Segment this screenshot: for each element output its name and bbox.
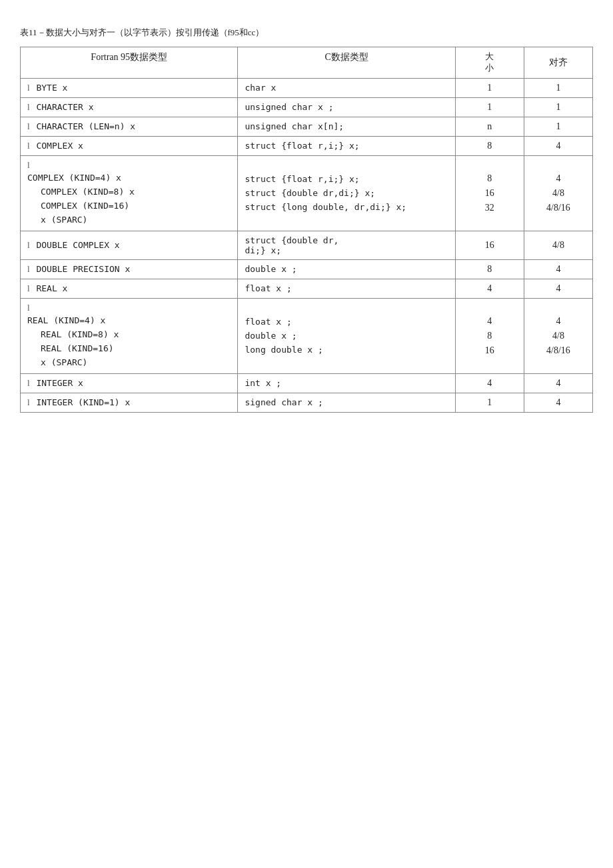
align-cell: 1 (524, 117, 592, 136)
table-row: lCOMPLEX (KIND=4) xCOMPLEX (KIND=8) xCOM… (21, 155, 593, 231)
size-cell: 8 (455, 136, 524, 155)
table-row: l COMPLEX xstruct {float r,i;} x;84 (21, 136, 593, 155)
header-align: 对齐 (524, 47, 592, 79)
align-cell: 1 (524, 97, 592, 117)
align-cell: 4 (524, 279, 592, 298)
table-row: l BYTE xchar x11 (21, 78, 593, 97)
c-cell: unsigned char x ; (238, 97, 455, 117)
size-cell: 81632 (455, 155, 524, 231)
table-row: l DOUBLE COMPLEX xstruct {double dr,di;}… (21, 231, 593, 259)
c-cell: signed char x ; (238, 393, 455, 412)
table-row: l REAL xfloat x ;44 (21, 279, 593, 298)
fortran-cell: l DOUBLE PRECISION x (21, 259, 238, 279)
c-cell: struct {double dr,di;} x; (238, 231, 455, 259)
header-size: 大 小 (455, 47, 524, 79)
fortran-cell: l BYTE x (21, 78, 238, 97)
align-cell: 4 (524, 393, 592, 412)
header-fortran: Fortran 95数据类型 (21, 47, 238, 79)
fortran-cell: lCOMPLEX (KIND=4) xCOMPLEX (KIND=8) xCOM… (21, 155, 238, 231)
fortran-cell: l COMPLEX x (21, 136, 238, 155)
fortran-cell: l INTEGER (KIND=1) x (21, 393, 238, 412)
table-row: l CHARACTER (LEN=n) xunsigned char x[n];… (21, 117, 593, 136)
c-cell: struct {float r,i;} x;struct {double dr,… (238, 155, 455, 231)
size-cell: 16 (455, 231, 524, 259)
size-cell: 1 (455, 393, 524, 412)
align-cell: 1 (524, 78, 592, 97)
fortran-cell: lREAL (KIND=4) xREAL (KIND=8) xREAL (KIN… (21, 298, 238, 373)
table-row: l INTEGER xint x ;44 (21, 373, 593, 393)
align-cell: 44/84/8/16 (524, 298, 592, 373)
header-c: C数据类型 (238, 47, 455, 79)
c-cell: unsigned char x[n]; (238, 117, 455, 136)
table-row: l CHARACTER xunsigned char x ;11 (21, 97, 593, 117)
size-cell: 8 (455, 259, 524, 279)
align-cell: 44/84/8/16 (524, 155, 592, 231)
fortran-cell: l REAL x (21, 279, 238, 298)
table-row: l DOUBLE PRECISION xdouble x ;84 (21, 259, 593, 279)
c-cell: int x ; (238, 373, 455, 393)
table-row: l INTEGER (KIND=1) xsigned char x ;14 (21, 393, 593, 412)
data-table: Fortran 95数据类型 C数据类型 大 小 对齐 l BYTE xchar… (20, 47, 593, 413)
fortran-cell: l CHARACTER x (21, 97, 238, 117)
size-cell: 4 (455, 373, 524, 393)
align-cell: 4 (524, 259, 592, 279)
c-cell: double x ; (238, 259, 455, 279)
page-title: 表11－数据大小与对齐一（以字节表示）按引用传递（f95和cc） (20, 27, 593, 39)
size-cell: 1 (455, 78, 524, 97)
c-cell: struct {float r,i;} x; (238, 136, 455, 155)
fortran-cell: l INTEGER x (21, 373, 238, 393)
fortran-cell: l CHARACTER (LEN=n) x (21, 117, 238, 136)
table-row: lREAL (KIND=4) xREAL (KIND=8) xREAL (KIN… (21, 298, 593, 373)
align-cell: 4/8 (524, 231, 592, 259)
align-cell: 4 (524, 136, 592, 155)
c-cell: float x ; (238, 279, 455, 298)
align-cell: 4 (524, 373, 592, 393)
c-cell: char x (238, 78, 455, 97)
size-cell: 1 (455, 97, 524, 117)
size-cell: 4816 (455, 298, 524, 373)
c-cell: float x ;double x ;long double x ; (238, 298, 455, 373)
size-cell: 4 (455, 279, 524, 298)
fortran-cell: l DOUBLE COMPLEX x (21, 231, 238, 259)
size-cell: n (455, 117, 524, 136)
